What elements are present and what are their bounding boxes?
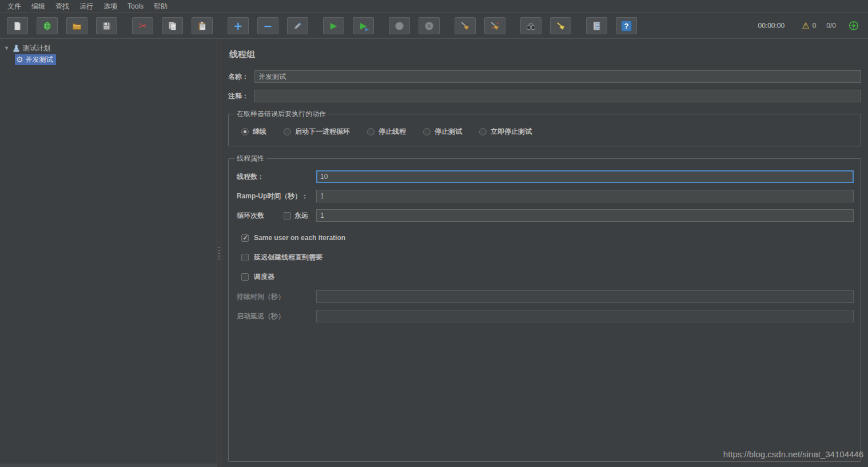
radio-stop-test-now[interactable]: 立即停止测试: [479, 127, 532, 137]
forever-checkbox[interactable]: [284, 212, 291, 219]
remote-status-icon: [849, 21, 859, 31]
save-button[interactable]: [96, 17, 117, 34]
loop-count-label: 循环次数: [237, 211, 284, 221]
error-action-fieldset: 在取样器错误后要执行的动作 继续 启动下一进程循环 停止线程 停止测试: [228, 109, 861, 146]
tree-item-thread-group[interactable]: ⚙ 并发测试: [0, 54, 217, 65]
templates-globe-icon: [42, 21, 52, 31]
open-folder-icon: [72, 21, 82, 31]
menu-options[interactable]: 选项: [98, 0, 122, 13]
rampup-input[interactable]: [316, 190, 854, 202]
test-timer: 00:00:00: [758, 22, 785, 30]
warning-icon[interactable]: ⚠: [802, 22, 809, 30]
startup-delay-input: [316, 310, 854, 322]
function-helper-notebook-icon: [592, 21, 602, 31]
search-reset-button[interactable]: [550, 17, 571, 34]
minus-icon: −: [264, 21, 273, 31]
error-count: 0: [813, 22, 817, 30]
thread-properties-legend: 线程属性: [234, 154, 266, 163]
menu-edit[interactable]: 编辑: [26, 0, 50, 13]
startup-delay-label: 启动延迟（秒）: [237, 312, 316, 321]
loop-count-input[interactable]: [316, 209, 854, 222]
radio-dot-icon: [423, 128, 431, 135]
paste-button[interactable]: [192, 17, 213, 34]
duration-label: 持续时间（秒）: [237, 292, 316, 302]
name-input[interactable]: [254, 70, 861, 83]
clear-broom-icon: [460, 21, 470, 31]
toolbar: ✂ + − ▶ ▶▶: [0, 13, 868, 39]
thread-properties-fieldset: 线程属性 线程数： Ramp-Up时间（秒）： 循环次数 永远: [228, 154, 861, 462]
copy-button[interactable]: [162, 17, 183, 34]
radio-dot-icon: [284, 128, 291, 135]
panel-splitter[interactable]: [217, 39, 221, 467]
start-no-pauses-icon: ▶▶: [359, 21, 369, 31]
open-button[interactable]: [66, 17, 87, 34]
delay-thread-creation-checkbox[interactable]: [241, 254, 249, 261]
radio-dot-icon: [241, 128, 249, 135]
comments-input[interactable]: [254, 90, 861, 102]
tree-item-label: 测试计划: [23, 43, 50, 53]
search-button[interactable]: [520, 17, 541, 34]
stop-icon: [395, 21, 404, 31]
active-thread-count: 0/0: [826, 22, 836, 30]
remove-button[interactable]: −: [257, 17, 278, 34]
add-button[interactable]: +: [228, 17, 249, 34]
toolbar-status: 00:00:00 ⚠ 0 0/0: [758, 21, 861, 31]
toggle-pencil-icon: [293, 21, 302, 31]
start-play-icon: ▶: [331, 22, 337, 30]
shutdown-icon: [424, 21, 434, 31]
duration-input: [316, 290, 854, 303]
plus-icon: +: [234, 21, 243, 31]
same-user-label: Same user on each iteration: [254, 234, 345, 242]
radio-continue[interactable]: 继续: [241, 127, 266, 137]
thread-group-panel: 线程组 名称： 注释： 在取样器错误后要执行的动作 继续 启动下一进程循环: [221, 39, 868, 467]
watermark-url: https://blog.csdn.net/sinat_34104446: [723, 449, 863, 459]
new-button[interactable]: [7, 17, 28, 34]
gear-icon: ⚙: [16, 55, 23, 63]
test-plan-tree: ▼ 测试计划 ⚙ 并发测试: [0, 39, 217, 467]
clear-all-broom-icon: [490, 21, 500, 31]
clear-button[interactable]: [455, 17, 476, 34]
menu-tools[interactable]: Tools: [122, 1, 149, 12]
forever-label: 永远: [294, 211, 308, 221]
scheduler-label: 调度器: [254, 272, 274, 282]
error-action-legend: 在取样器错误后要执行的动作: [234, 109, 328, 119]
tree-horizontal-scrollbar[interactable]: [0, 464, 217, 467]
help-button[interactable]: ?: [616, 17, 637, 34]
radio-dot-icon: [367, 128, 375, 135]
same-user-checkbox[interactable]: [241, 234, 249, 242]
tree-item-test-plan[interactable]: ▼ 测试计划: [0, 42, 217, 54]
menu-search[interactable]: 查找: [50, 0, 74, 13]
tree-selection: ⚙ 并发测试: [15, 54, 56, 65]
menu-bar: 文件 编辑 查找 运行 选项 Tools 帮助: [0, 0, 868, 13]
tree-expander-icon[interactable]: ▼: [4, 45, 11, 51]
templates-button[interactable]: [37, 17, 58, 34]
radio-stop-thread[interactable]: 停止线程: [367, 127, 406, 137]
rampup-label: Ramp-Up时间（秒）：: [237, 191, 316, 201]
function-helper-button[interactable]: [586, 17, 607, 34]
save-floppy-icon: [102, 21, 112, 31]
toggle-button[interactable]: [287, 17, 308, 34]
threads-label: 线程数：: [237, 172, 316, 182]
copy-icon: [168, 21, 177, 31]
paste-clipboard-icon: [197, 21, 207, 31]
test-plan-icon: [12, 44, 21, 53]
radio-start-next-loop[interactable]: 启动下一进程循环: [284, 127, 350, 137]
help-question-icon: ?: [621, 21, 632, 31]
shutdown-button[interactable]: [419, 17, 440, 34]
menu-file[interactable]: 文件: [2, 0, 26, 13]
new-file-icon: [13, 21, 22, 31]
cut-button[interactable]: ✂: [132, 17, 153, 34]
radio-stop-test[interactable]: 停止测试: [423, 127, 462, 137]
menu-run[interactable]: 运行: [74, 0, 98, 13]
page-title: 线程组: [229, 49, 861, 60]
search-binoculars-icon: [526, 21, 536, 31]
scheduler-checkbox[interactable]: [241, 273, 249, 281]
start-button[interactable]: ▶: [323, 17, 344, 34]
stop-button[interactable]: [389, 17, 410, 34]
start-no-pauses-button[interactable]: ▶▶: [353, 17, 374, 34]
menu-help[interactable]: 帮助: [149, 0, 173, 13]
clear-all-button[interactable]: [484, 17, 505, 34]
threads-input[interactable]: [316, 170, 854, 183]
cut-scissors-icon: ✂: [138, 21, 146, 31]
search-reset-broom-icon: [556, 21, 566, 31]
